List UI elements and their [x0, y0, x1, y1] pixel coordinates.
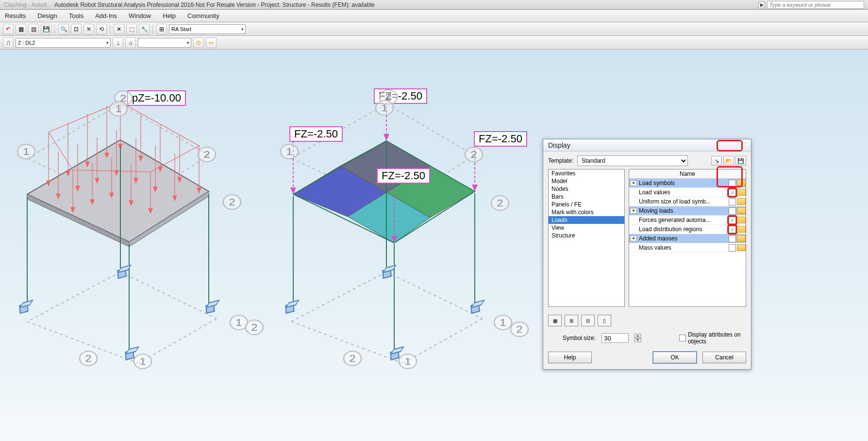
- bubble: 1: [134, 354, 152, 369]
- menu-results[interactable]: Results: [5, 12, 26, 19]
- opt-load-distribution[interactable]: Load distribution regions✓: [629, 225, 746, 234]
- layout-icon[interactable]: ⊞: [156, 24, 167, 34]
- pan-icon[interactable]: ⤧: [83, 24, 94, 34]
- cat-nodes[interactable]: Nodes: [549, 185, 624, 193]
- bubble: 2: [491, 195, 509, 211]
- box-icon[interactable]: ⬚: [126, 24, 137, 34]
- bubble: 1: [375, 100, 394, 116]
- keyword-input[interactable]: [767, 1, 864, 9]
- label-f3: FZ=-2.50: [474, 131, 527, 147]
- label-f2: FZ=-2.50: [289, 126, 343, 142]
- view-single-icon[interactable]: ▯: [598, 315, 611, 326]
- svg-line-59: [386, 104, 475, 155]
- template-label: Template:: [548, 157, 573, 164]
- options-list: Name +Load symbols Load values✓ Uniform …: [629, 169, 746, 307]
- load-a-icon[interactable]: ⟂: [113, 37, 123, 48]
- view-grid-icon[interactable]: ⊞: [565, 315, 578, 326]
- bubble: 1: [17, 144, 35, 159]
- titlebar: Clashing - Autod... Autodesk Robot Struc…: [0, 0, 868, 10]
- label-f4: FZ=-2.50: [377, 168, 430, 184]
- bubble: 1: [280, 144, 299, 159]
- menu-help[interactable]: Help: [163, 12, 176, 19]
- bubble: 2: [465, 147, 483, 162]
- opt-uniform-size[interactable]: Uniform size of load symb...: [629, 197, 746, 206]
- cancel-button[interactable]: Cancel: [702, 352, 746, 363]
- refresh-icon[interactable]: ⟲: [96, 24, 107, 34]
- bubble: 2: [223, 194, 241, 210]
- cat-view[interactable]: View: [549, 224, 624, 232]
- bubble: 1: [494, 315, 512, 330]
- opt-forces-generated[interactable]: Forces generated automa...✓: [629, 216, 746, 225]
- view-all-icon[interactable]: ▦: [548, 315, 562, 326]
- save-icon[interactable]: 💾: [41, 24, 51, 34]
- save-template-icon[interactable]: 💾: [735, 156, 746, 166]
- menu-community[interactable]: Community: [187, 12, 219, 19]
- bubble: 1: [109, 101, 128, 117]
- svg-line-55: [120, 272, 217, 319]
- link-icon[interactable]: ∾: [206, 37, 217, 48]
- title-arrow[interactable]: ▶: [758, 1, 765, 8]
- loadcase-icon[interactable]: ⎍: [3, 37, 14, 48]
- opt-mass-values[interactable]: Mass values: [629, 243, 746, 253]
- highlight-1: [717, 140, 743, 152]
- svg-line-78: [291, 272, 386, 322]
- title-dim: Clashing - Autod...: [4, 1, 51, 8]
- cat-favorites[interactable]: Favorites: [549, 170, 624, 177]
- svg-line-53: [27, 272, 120, 322]
- display-attr-label: Display attributes on objects: [688, 331, 746, 345]
- cat-model[interactable]: Model: [549, 177, 624, 185]
- cat-bars[interactable]: Bars: [549, 193, 624, 201]
- menu-design[interactable]: Design: [37, 12, 57, 19]
- display-icon[interactable]: ⊙: [193, 37, 204, 48]
- menu-tools[interactable]: Tools: [69, 12, 83, 19]
- loadcase-combo[interactable]: 2 : DL2: [16, 38, 111, 48]
- viewport[interactable]: pZ=-10.00 FZ=-2.50 FZ=-2.50 FZ=-2.50 FZ=…: [0, 50, 868, 441]
- bubble: 2: [198, 147, 216, 162]
- ok-button[interactable]: OK: [653, 352, 697, 363]
- template-select[interactable]: Standard: [577, 155, 688, 166]
- symbol-size-spinner[interactable]: ▲▼: [634, 334, 641, 342]
- view-half-icon[interactable]: ⊟: [581, 315, 595, 326]
- load-b-icon[interactable]: ⌂: [125, 37, 136, 48]
- help-button[interactable]: Help: [548, 352, 592, 363]
- left-model: [27, 102, 217, 363]
- symbol-size-input[interactable]: [601, 333, 629, 343]
- menu-window[interactable]: Window: [129, 12, 151, 19]
- tools-icon[interactable]: 🔧: [139, 24, 150, 34]
- opt-load-values[interactable]: Load values✓: [629, 188, 746, 197]
- zoom-fit-icon[interactable]: 🔍: [58, 24, 69, 34]
- display-attr-checkbox[interactable]: [679, 335, 686, 341]
- symbol-size-label: Symbol size:: [563, 335, 596, 341]
- title-text: Autodesk Robot Structural Analysis Profe…: [54, 1, 375, 8]
- bubble: 2: [343, 351, 362, 366]
- menubar: Results Design Tools Add-Ins Window Help…: [0, 10, 868, 22]
- cat-panels[interactable]: Panels / FE: [549, 201, 624, 208]
- undo-icon[interactable]: ↶: [3, 24, 14, 34]
- cat-structure[interactable]: Structure: [549, 232, 624, 239]
- opt-added-masses[interactable]: +Added masses: [629, 234, 746, 243]
- arrow-down-icon[interactable]: ↘: [711, 156, 722, 166]
- bubble: 1: [399, 354, 417, 369]
- toolbar2: ⎍ 2 : DL2 ⟂ ⌂ ⊙ ∾: [0, 36, 868, 50]
- open-icon[interactable]: 📂: [723, 156, 734, 166]
- cat-colors[interactable]: Mark with colors: [549, 208, 624, 216]
- svg-marker-67: [384, 134, 389, 141]
- svg-line-80: [386, 272, 483, 319]
- category-list[interactable]: Favorites Model Nodes Bars Panels / FE M…: [548, 169, 625, 307]
- highlight-2: [717, 166, 743, 187]
- zoom-window-icon[interactable]: ⊡: [71, 24, 82, 34]
- opt-moving-loads[interactable]: +Moving loads: [629, 206, 746, 216]
- grid-icon[interactable]: ▦: [16, 24, 26, 34]
- layout-combo[interactable]: RA Start: [169, 24, 246, 34]
- bubble: 2: [510, 322, 529, 337]
- calendar-icon[interactable]: ▤: [28, 24, 39, 34]
- toolbar1: ↶ ▦ ▤ 💾 🔍 ⊡ ⤧ ⟲ ✕ ⬚ 🔧 ⊞ RA Start: [0, 22, 868, 36]
- load-combo2[interactable]: [138, 38, 191, 48]
- menu-addins[interactable]: Add-Ins: [95, 12, 117, 19]
- bubble: 2: [245, 320, 264, 335]
- label-pz: pZ=-10.00: [127, 90, 186, 106]
- axes-icon[interactable]: ✕: [114, 24, 124, 34]
- cat-loads[interactable]: Loads: [549, 216, 624, 224]
- bubble: 2: [79, 351, 98, 366]
